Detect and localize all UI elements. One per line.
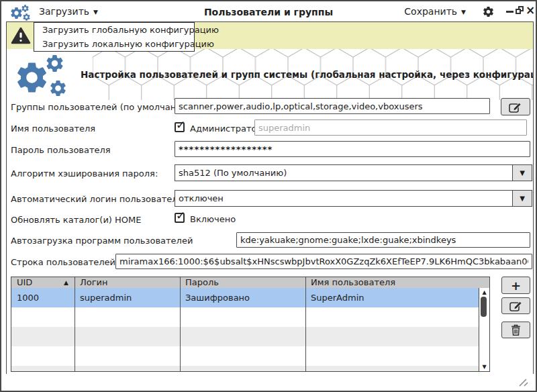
table-row-selected[interactable]: 1000 superadmin Зашифровано SuperAdmin <box>11 288 480 307</box>
autologin-label: Автоматический логин пользователя <box>11 194 183 204</box>
userstring-label: Строка пользователей: <box>11 257 118 267</box>
table-row-empty[interactable] <box>11 346 480 366</box>
update-home-checkbox[interactable]: ✓ <box>175 213 185 223</box>
maximize-front-square <box>516 9 521 14</box>
userstring-input[interactable] <box>115 254 532 269</box>
add-user-button[interactable]: + <box>501 277 530 294</box>
autostart-label: Автозагрузка программ пользователей <box>11 236 193 246</box>
cell-uid: 1000 <box>17 288 39 307</box>
scrollbar-thumb[interactable] <box>481 297 487 317</box>
column-separator <box>180 277 181 371</box>
status-bar <box>1 374 536 391</box>
column-header-uid[interactable]: UID <box>17 277 32 287</box>
update-home-checkbox-label: Включено <box>190 214 236 224</box>
settings-gear-icon[interactable] <box>482 5 495 18</box>
groups-input[interactable] <box>175 98 490 114</box>
resize-grip[interactable] <box>518 377 529 387</box>
save-menu-label: Сохранить <box>404 6 457 17</box>
minimize-button[interactable] <box>506 11 514 13</box>
app-window: Загрузить▼ Пользователи и группы Сохрани… <box>0 0 537 392</box>
page-title: Настройка пользователей и групп системы … <box>81 49 533 100</box>
column-header-login[interactable]: Логин <box>80 277 108 287</box>
trash-icon <box>511 324 521 336</box>
cell-login: superadmin <box>80 288 132 307</box>
menu-item-load-global-config[interactable]: Загрузить глобальную конфигурацию <box>34 23 194 37</box>
cell-password: Зашифровано <box>185 288 250 307</box>
table-row-empty[interactable] <box>11 307 480 327</box>
edit-pencil-icon <box>509 300 523 311</box>
password-label: Пароль пользователя <box>11 145 111 155</box>
edit-groups-button[interactable] <box>501 98 530 115</box>
maximize-button[interactable] <box>516 6 524 15</box>
autologin-select[interactable]: отключен ▼ <box>175 190 532 207</box>
users-table: UID ▲ Логин Пароль Имя пользователя 1000… <box>11 277 490 372</box>
hash-algorithm-select[interactable]: sha512 (По умолчанию) ▼ <box>175 164 532 181</box>
menu-item-load-local-config[interactable]: Загрузить локальную конфигурацию <box>34 37 194 51</box>
table-row-empty[interactable] <box>11 366 480 372</box>
cell-fullname: SuperAdmin <box>311 288 364 307</box>
column-header-password[interactable]: Пароль <box>185 277 219 287</box>
column-separator <box>75 277 75 371</box>
chevron-down-icon: ▼ <box>461 9 466 15</box>
admin-checkbox-label: Администратор <box>190 124 262 134</box>
password-input[interactable] <box>175 141 530 157</box>
admin-checkbox[interactable]: ✓ <box>175 122 185 132</box>
users-table-header: UID ▲ Логин Пароль Имя пользователя <box>11 277 489 289</box>
table-row-empty[interactable] <box>11 327 480 346</box>
table-scrollbar[interactable]: ▲ ▼ <box>479 288 489 371</box>
edit-user-button[interactable] <box>501 297 530 314</box>
header-band: Настройка пользователей и групп системы … <box>7 49 533 100</box>
column-separator <box>305 277 306 371</box>
users-groups-gears-icon <box>12 52 77 99</box>
hash-algorithm-label: Алгоритм хэширования пароля: <box>11 168 158 179</box>
check-icon: ✓ <box>176 209 185 222</box>
toolbar: Загрузить▼ Пользователи и группы Сохрани… <box>1 1 536 21</box>
warning-triangle-icon <box>11 27 31 44</box>
scroll-down-icon[interactable]: ▼ <box>479 364 489 370</box>
username-input <box>254 119 527 136</box>
sort-ascending-icon: ▲ <box>64 278 68 288</box>
groups-label: Группы пользователей (по умолчанию) <box>11 102 193 112</box>
autostart-input[interactable] <box>236 232 530 248</box>
autologin-value: отключен <box>175 191 512 206</box>
close-button[interactable]: × <box>526 3 535 17</box>
edit-pencil-icon <box>509 101 522 113</box>
save-menu-button[interactable]: Сохранить▼ <box>404 6 466 17</box>
column-header-fullname[interactable]: Имя пользователя <box>311 277 395 287</box>
delete-user-button[interactable] <box>501 322 530 338</box>
load-dropdown-menu: Загрузить глобальную конфигурацию Загруз… <box>34 22 195 52</box>
update-home-label: Обновлять каталог(и) HOME <box>11 215 141 225</box>
username-label: Имя пользователя <box>11 124 95 134</box>
hash-algorithm-value: sha512 (По умолчанию) <box>175 165 512 181</box>
check-icon: ✓ <box>176 118 185 132</box>
scroll-up-icon[interactable]: ▲ <box>479 289 489 295</box>
dropdown-arrow-icon[interactable]: ▼ <box>512 191 532 206</box>
dropdown-arrow-icon[interactable]: ▼ <box>512 165 532 181</box>
